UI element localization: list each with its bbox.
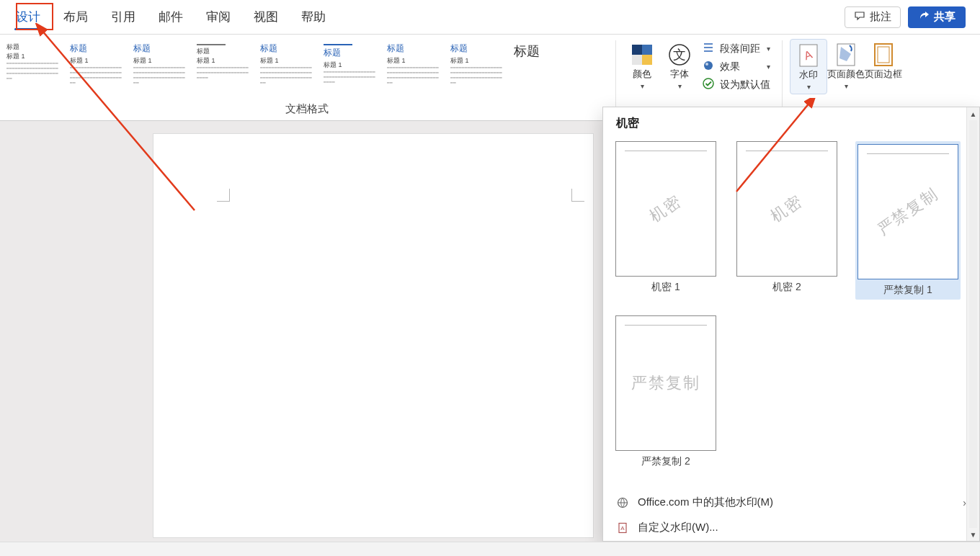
- theme-card[interactable]: 标题 标题 1 ━━━━━━━━━━━━━━━━━━━━━━━━━━━━━━━━…: [257, 39, 317, 95]
- colors-button[interactable]: 颜色 ▾: [623, 39, 661, 93]
- theme-preview-lines: ━━━━━━━━━━━━━━━━━━━━━━━━━━━━━━━━━━━━━━━━…: [133, 66, 187, 86]
- speech-bubble-icon: [854, 10, 865, 24]
- svg-rect-2: [632, 55, 642, 65]
- theme-title: 标题: [70, 42, 123, 55]
- watermark-button[interactable]: A 水印 ▾: [790, 39, 827, 94]
- theme-card[interactable]: 标题 标题 1 ━━━━━━━━━━━━━━━━━━━━━━━━━━━━━━━━…: [66, 39, 127, 95]
- effects-label: 效果: [720, 60, 740, 73]
- watermark-item-confidential-1[interactable]: 机密 机密 1: [613, 141, 718, 300]
- scroll-down-arrow-icon[interactable]: ▼: [967, 528, 979, 541]
- svg-point-8: [703, 79, 713, 89]
- comments-label: 批注: [870, 10, 891, 24]
- set-default-label: 设为默认值: [720, 79, 770, 91]
- theme-title: 标题: [387, 42, 440, 55]
- scroll-up-arrow-icon[interactable]: ▲: [967, 107, 979, 120]
- tab-review[interactable]: 审阅: [195, 0, 242, 35]
- svg-rect-3: [642, 55, 652, 65]
- page-borders-button[interactable]: 页面边框: [865, 39, 902, 84]
- theme-preview-lines: ━━━━━━━━━━━━━━━━━━━━━━━━━━━━━━━━━━━━━━━━: [324, 70, 377, 85]
- fonts-icon: 文: [667, 42, 692, 68]
- chevron-down-icon: ▾: [767, 45, 770, 53]
- chevron-down-icon: ▾: [678, 82, 682, 90]
- watermark-item-donotcopy-2[interactable]: 严禁复制 严禁复制 2: [613, 315, 718, 468]
- document-formatting-group: 标题 标题 1 ━━━━━━━━━━━━━━━━━━━━━━━━━━━━━━━━…: [0, 35, 614, 120]
- theme-preview-lines: ━━━━━━━━━━━━━━━━━━━━━━━━━━━━━━━━━━━━━━━━…: [70, 66, 123, 86]
- theme-sub: 标题 1: [450, 56, 504, 66]
- theme-preview-lines: ━━━━━━━━━━━━━━━━━━━━━━━━━━━━━━━━━━━━━━━━…: [450, 66, 504, 86]
- check-icon: [703, 78, 714, 91]
- share-button[interactable]: 共享: [908, 6, 966, 28]
- tab-view[interactable]: 视图: [242, 0, 290, 35]
- watermark-caption: 严禁复制 2: [641, 455, 690, 468]
- tab-mailings[interactable]: 邮件: [147, 0, 195, 35]
- colors-icon: [629, 42, 655, 68]
- watermark-gallery: 机密 机密 1 机密 机密 2 严禁复制 严禁复制 1 严禁复制: [603, 135, 979, 478]
- ribbon-separator: [782, 40, 783, 115]
- watermark-dropdown-panel: ▲ ▼ 机密 机密 机密 1 机密 机密 2 严禁复制: [602, 107, 980, 542]
- theme-preview-lines: ━━━━━━━━━━━━━━━━━━━━━━━━━━━━━━━━━━━━━━━━: [197, 66, 250, 81]
- theme-bar: [324, 44, 352, 45]
- theme-title: 标题: [260, 42, 313, 55]
- scrollbar-track[interactable]: [969, 120, 977, 528]
- chevron-down-icon: ▾: [807, 83, 811, 91]
- watermark-thumb: 严禁复制: [615, 315, 716, 451]
- watermark-preview-text: 机密: [767, 190, 808, 228]
- menu-custom-watermark[interactable]: A 自定义水印(W)...: [603, 515, 979, 540]
- theme-card[interactable]: 标题 标题 1 ━━━━━━━━━━━━━━━━━━━━━━━━━━━━━━━━…: [383, 39, 444, 95]
- theme-card[interactable]: 标题 标题 1 ━━━━━━━━━━━━━━━━━━━━━━━━━━━━━━━━…: [130, 39, 190, 95]
- page-color-button[interactable]: 页面颜色 ▾: [827, 39, 865, 93]
- page-color-label: 页面颜色: [827, 68, 865, 81]
- paragraph-spacing-icon: [703, 42, 714, 55]
- theme-card[interactable]: 标题 标题 1 ━━━━━━━━━━━━━━━━━━━━━━━━━━━━━━━━…: [193, 39, 254, 95]
- watermark-caption: 严禁复制 1: [883, 284, 932, 297]
- theme-card[interactable]: 标题 标题 1 ━━━━━━━━━━━━━━━━━━━━━━━━━━━━━━━━…: [447, 39, 507, 95]
- theme-preview-lines: ━━━━━━━━━━━━━━━━━━━━━━━━━━━━━━━━━━━━━━━━…: [387, 66, 440, 86]
- watermark-thumb: 机密: [736, 141, 837, 277]
- effects-button[interactable]: 效果 ▾: [703, 60, 770, 73]
- panel-scrollbar[interactable]: ▲ ▼: [966, 107, 979, 541]
- watermark-item-confidential-2[interactable]: 机密 机密 2: [734, 141, 839, 300]
- watermark-item-donotcopy-1[interactable]: 严禁复制 严禁复制 1: [855, 141, 961, 300]
- watermark-thumb: 机密: [615, 141, 716, 277]
- tab-layout[interactable]: 布局: [52, 0, 99, 35]
- theme-card[interactable]: 标题: [510, 39, 571, 95]
- theme-sub: 标题 1: [260, 56, 313, 66]
- theme-title: 标题: [133, 42, 187, 55]
- watermark-caption: 机密 1: [651, 281, 680, 294]
- svg-text:A: A: [620, 525, 625, 532]
- page-icon: A: [616, 521, 629, 534]
- theme-sub: 标题 1: [6, 52, 60, 61]
- share-label: 共享: [934, 10, 956, 24]
- theme-sub: 标题 1: [387, 56, 440, 66]
- fonts-label: 字体: [670, 68, 689, 81]
- paragraph-spacing-button[interactable]: 段落间距 ▾: [703, 42, 770, 55]
- ribbon-separator: [615, 40, 616, 115]
- menu-label: Office.com 中的其他水印(M): [638, 496, 773, 509]
- tab-help[interactable]: 帮助: [290, 0, 337, 35]
- theme-gallery[interactable]: 标题 标题 1 ━━━━━━━━━━━━━━━━━━━━━━━━━━━━━━━━…: [0, 35, 614, 99]
- theme-preview-lines: ━━━━━━━━━━━━━━━━━━━━━━━━━━━━━━━━━━━━━━━━…: [260, 66, 313, 86]
- paragraph-spacing-label: 段落间距: [720, 42, 760, 55]
- menu-more-office-watermarks[interactable]: Office.com 中的其他水印(M) ›: [603, 490, 979, 515]
- theme-title: 标题: [514, 42, 567, 60]
- theme-bar: [197, 44, 226, 45]
- tab-references[interactable]: 引用: [99, 0, 147, 35]
- theme-preview-lines: ━━━━━━━━━━━━━━━━━━━━━━━━━━━━━━━━━━━━━━━━…: [6, 61, 60, 81]
- effects-icon: [703, 60, 714, 73]
- fonts-button[interactable]: 文 字体 ▾: [661, 39, 698, 93]
- set-default-button[interactable]: 设为默认值: [703, 78, 770, 91]
- page-borders-label: 页面边框: [865, 68, 902, 81]
- document-page[interactable]: [153, 134, 593, 537]
- theme-sub: 标题 1: [133, 56, 187, 66]
- chevron-down-icon: ▾: [641, 82, 644, 90]
- watermark-label: 水印: [799, 68, 818, 81]
- status-bar: [0, 542, 980, 556]
- page-margin-marker: [571, 189, 584, 202]
- comments-button[interactable]: 批注: [845, 6, 901, 28]
- theme-card[interactable]: 标题 标题 1 ━━━━━━━━━━━━━━━━━━━━━━━━━━━━━━━━…: [320, 39, 380, 95]
- theme-card[interactable]: 标题 标题 1 ━━━━━━━━━━━━━━━━━━━━━━━━━━━━━━━━…: [3, 39, 63, 95]
- chevron-down-icon: ▾: [767, 63, 770, 71]
- theme-title: 标题: [324, 47, 377, 59]
- watermark-preview-text: 严禁复制: [631, 372, 700, 394]
- page-margin-marker: [217, 189, 230, 202]
